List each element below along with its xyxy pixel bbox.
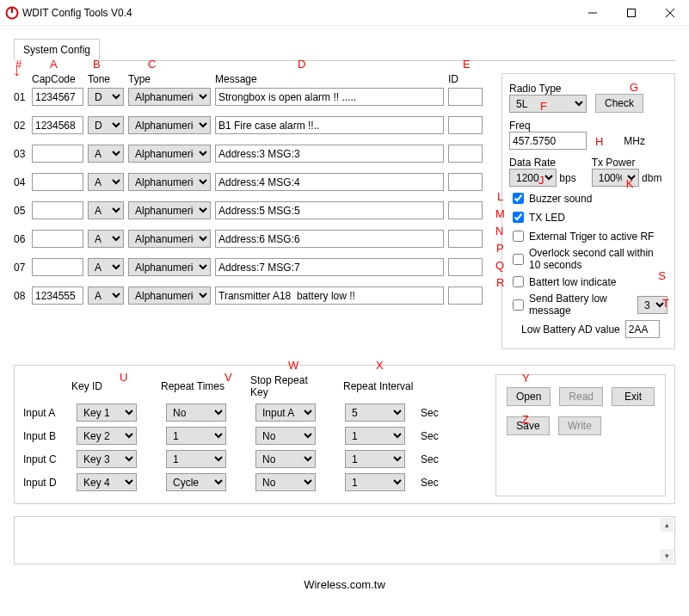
message-input[interactable] [215, 145, 444, 163]
header-type: Type [128, 73, 211, 85]
keyid-select[interactable]: Key 3 [77, 450, 137, 468]
batterylow-checkbox[interactable] [513, 276, 524, 287]
repeatinterval-select[interactable]: 1 [345, 427, 405, 445]
keyid-select[interactable]: Key 2 [77, 427, 137, 445]
capcode-input[interactable] [32, 230, 83, 248]
check-button[interactable]: Check [595, 94, 643, 113]
exit-button[interactable]: Exit [612, 387, 655, 406]
repeattimes-select[interactable]: 1 [166, 427, 226, 445]
type-select[interactable]: Alphanumeric [128, 201, 211, 219]
write-button[interactable]: Write [558, 416, 601, 435]
data-row: 01DAlphanumeric [14, 88, 483, 106]
repeattimes-select[interactable]: Cycle [166, 473, 226, 491]
tone-select[interactable]: A [88, 145, 124, 163]
repeattimes-select[interactable]: No [166, 403, 226, 422]
overlock-checkbox[interactable] [513, 254, 524, 265]
repeatinterval-select[interactable]: 5 [345, 403, 405, 422]
radio-type-select[interactable]: 5L [509, 95, 587, 113]
type-select[interactable]: Alphanumeric [128, 173, 211, 191]
tone-select[interactable]: D [88, 116, 124, 134]
message-input[interactable] [215, 230, 444, 248]
tone-select[interactable]: A [88, 286, 124, 305]
message-input[interactable] [215, 173, 444, 191]
freq-input[interactable] [509, 132, 587, 150]
type-select[interactable]: Alphanumeric [128, 88, 211, 106]
sendbattery-checkbox[interactable] [513, 299, 524, 311]
header-id: ID [448, 73, 483, 85]
id-input[interactable] [448, 173, 483, 191]
stoprepeat-select[interactable]: No [255, 427, 316, 445]
txled-checkbox[interactable] [513, 212, 524, 223]
stoprepeat-select[interactable]: Input A [255, 403, 316, 422]
repeatinterval-select[interactable]: 1 [345, 450, 405, 468]
close-button[interactable] [650, 0, 689, 26]
header-repeatinterval: Repeat Interval [343, 380, 421, 392]
message-input[interactable] [215, 116, 444, 134]
capcode-input[interactable] [32, 286, 83, 305]
read-button[interactable]: Read [559, 387, 603, 406]
keyid-select[interactable]: Key 1 [77, 403, 137, 422]
capcode-grid: # ↓ CapCode A Tone B Type C Message D ID… [14, 73, 483, 349]
open-button[interactable]: Open [507, 387, 551, 406]
id-input[interactable] [448, 116, 483, 134]
footer-text: Wireless.com.tw [0, 573, 689, 600]
type-select[interactable]: Alphanumeric [128, 286, 211, 305]
buzzer-checkbox[interactable] [513, 193, 524, 204]
tone-select[interactable]: D [88, 88, 124, 106]
datarate-select[interactable]: 1200 [509, 169, 557, 187]
keyid-select[interactable]: Key 4 [77, 473, 137, 491]
tone-select[interactable]: A [88, 258, 124, 276]
batterylow-label: Battert low indicate [529, 276, 616, 288]
repeatinterval-select[interactable]: 1 [345, 473, 405, 491]
datarate-unit: bps [559, 172, 575, 184]
lowbattery-input[interactable] [625, 320, 660, 338]
minimize-button[interactable] [573, 0, 612, 26]
capcode-input[interactable] [32, 173, 83, 191]
stoprepeat-select[interactable]: No [255, 450, 316, 468]
capcode-input[interactable] [32, 145, 83, 163]
header-message: Message [215, 73, 444, 85]
tone-select[interactable]: A [88, 230, 124, 248]
capcode-input[interactable] [32, 201, 83, 219]
header-repeattimes: Repeat Times [161, 380, 230, 392]
stoprepeat-select[interactable]: No [255, 473, 316, 491]
capcode-input[interactable] [32, 88, 83, 106]
id-input[interactable] [448, 201, 483, 219]
message-input[interactable] [215, 201, 444, 219]
id-input[interactable] [448, 145, 483, 163]
freq-unit: MHz [624, 135, 645, 147]
id-input[interactable] [448, 286, 483, 305]
data-row: 05AAlphanumeric [14, 201, 483, 219]
scroll-up-icon[interactable]: ▴ [660, 518, 674, 532]
scroll-down-icon[interactable]: ▾ [660, 549, 674, 563]
capcode-input[interactable] [32, 258, 83, 276]
externaltrigger-checkbox[interactable] [513, 231, 524, 242]
message-input[interactable] [215, 286, 444, 305]
txpower-label: Tx Power [592, 157, 636, 169]
type-select[interactable]: Alphanumeric [128, 230, 211, 248]
log-textarea[interactable]: ▴ ▾ [14, 516, 675, 564]
header-tone: Tone [88, 73, 124, 85]
capcode-input[interactable] [32, 116, 83, 134]
repeattimes-select[interactable]: 1 [166, 450, 226, 468]
id-input[interactable] [448, 258, 483, 276]
svg-rect-1 [11, 8, 13, 13]
type-select[interactable]: Alphanumeric [128, 145, 211, 163]
arrow-icon: ↓ [13, 63, 21, 78]
header-stoprepeat: Stop Repeat Key [250, 374, 328, 398]
data-row: 02DAlphanumeric [14, 116, 483, 134]
svg-rect-3 [627, 9, 635, 16]
id-input[interactable] [448, 88, 483, 106]
maximize-button[interactable] [612, 0, 650, 26]
type-select[interactable]: Alphanumeric [128, 258, 211, 276]
tone-select[interactable]: A [88, 173, 124, 191]
tone-select[interactable]: A [88, 201, 124, 219]
type-select[interactable]: Alphanumeric [128, 116, 211, 134]
externaltrigger-label: External Triger to active RF [529, 231, 654, 243]
message-input[interactable] [215, 258, 444, 276]
id-input[interactable] [448, 230, 483, 248]
app-icon [5, 6, 19, 20]
message-input[interactable] [215, 88, 444, 106]
data-row: 03AAlphanumeric [14, 145, 483, 163]
freq-label: Freq [509, 120, 531, 132]
